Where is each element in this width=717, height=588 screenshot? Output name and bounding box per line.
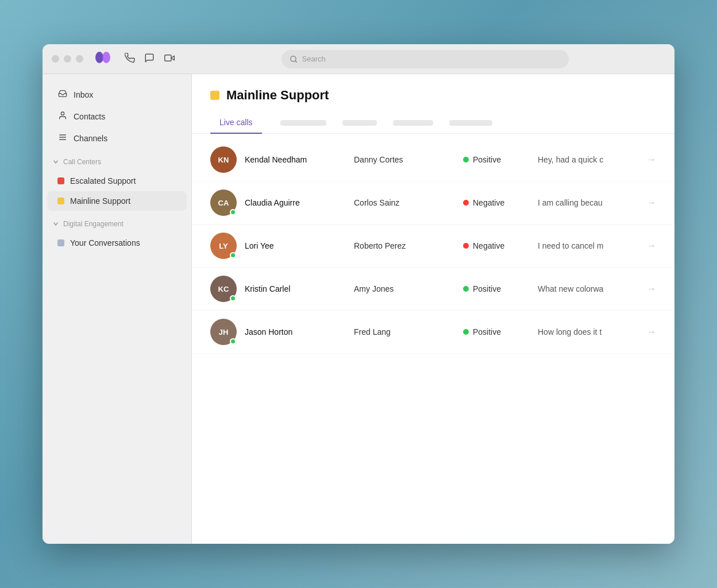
video-icon[interactable] <box>164 53 175 65</box>
row-arrow[interactable]: → <box>647 198 656 208</box>
call-centers-header[interactable]: Call Centers <box>43 153 191 171</box>
page-title: Mainline Support <box>226 88 329 103</box>
tabs-bar: Live calls <box>192 112 674 134</box>
avatar: KN <box>210 146 237 173</box>
svg-marker-2 <box>171 56 174 60</box>
avatar-status-dot <box>230 209 236 215</box>
call-centers-label: Call Centers <box>63 158 101 166</box>
sentiment-wrap: Positive <box>463 284 538 293</box>
main-window: Search Inbox Contacts Cha <box>43 44 674 544</box>
search-placeholder: Search <box>302 55 326 63</box>
row-arrow[interactable]: → <box>647 284 656 294</box>
call-row[interactable]: KN Kendal Needham Danny Cortes Positive … <box>192 138 674 181</box>
call-row[interactable]: KC Kristin Carlel Amy Jones Positive Wha… <box>192 268 674 311</box>
tab-placeholder-2 <box>342 120 377 126</box>
call-row[interactable]: CA Claudia Aguirre Corlos Sainz Negative… <box>192 181 674 225</box>
sentiment-label: Positive <box>473 327 501 336</box>
your-conversations-label: Your Conversations <box>70 238 140 247</box>
main-header: Mainline Support <box>192 74 674 103</box>
mainline-title-dot <box>210 91 219 100</box>
sidebar-item-inbox[interactable]: Inbox <box>47 84 187 105</box>
sentiment-wrap: Positive <box>463 327 538 336</box>
mainline-support-label: Mainline Support <box>70 196 130 206</box>
avatar-initials: KC <box>218 285 229 293</box>
sentiment-label: Positive <box>473 284 501 293</box>
call-snippet: I am calling becau <box>538 198 642 207</box>
channels-label: Channels <box>74 134 107 143</box>
titlebar: Search <box>43 44 674 74</box>
caller-name: Claudia Aguirre <box>245 198 354 207</box>
sidebar-item-escalated-support[interactable]: Escalated Support <box>47 171 187 191</box>
minimize-button[interactable] <box>64 55 71 63</box>
digital-engagement-header[interactable]: Digital Engagement <box>43 215 191 233</box>
main-content: Mainline Support Live calls KN <box>192 74 674 544</box>
avatar-initials: KN <box>218 156 229 164</box>
svg-line-5 <box>295 60 296 62</box>
titlebar-actions <box>125 53 175 65</box>
sidebar: Inbox Contacts Channels Call Centers <box>43 74 192 544</box>
tab-placeholder-1 <box>280 120 326 126</box>
digital-engagement-label: Digital Engagement <box>63 220 124 228</box>
escalated-support-dot <box>57 177 64 184</box>
row-arrow[interactable]: → <box>647 241 656 251</box>
caller-name: Kendal Needham <box>245 155 354 164</box>
maximize-button[interactable] <box>76 55 83 63</box>
sentiment-dot <box>463 200 469 206</box>
caller-name: Kristin Carlel <box>245 284 354 293</box>
contacts-icon <box>57 111 68 122</box>
row-arrow[interactable]: → <box>647 327 656 337</box>
app-body: Inbox Contacts Channels Call Centers <box>43 74 674 544</box>
svg-point-1 <box>102 52 110 63</box>
chat-icon[interactable] <box>144 53 155 65</box>
search-bar[interactable]: Search <box>282 50 569 68</box>
call-snippet: I need to cancel m <box>538 241 642 250</box>
sentiment-wrap: Negative <box>463 241 538 250</box>
sentiment-dot <box>463 157 469 163</box>
caller-name: Lori Yee <box>245 241 354 250</box>
row-arrow[interactable]: → <box>647 154 656 165</box>
avatar-status-dot <box>230 252 236 258</box>
chevron-down-icon-2 <box>53 221 59 227</box>
tab-placeholder-3 <box>393 120 433 126</box>
agent-name: Corlos Sainz <box>354 198 463 207</box>
avatar-status-dot <box>230 338 236 345</box>
inbox-icon <box>57 89 68 100</box>
sidebar-item-contacts[interactable]: Contacts <box>47 106 187 127</box>
calls-list: KN Kendal Needham Danny Cortes Positive … <box>192 134 674 544</box>
sentiment-dot <box>463 329 469 335</box>
sidebar-item-mainline-support[interactable]: Mainline Support <box>47 191 187 211</box>
caller-name: Jason Horton <box>245 327 354 336</box>
inbox-label: Inbox <box>74 90 93 99</box>
agent-name: Danny Cortes <box>354 155 463 164</box>
sentiment-dot <box>463 243 469 249</box>
sentiment-wrap: Negative <box>463 198 538 207</box>
agent-name: Amy Jones <box>354 284 463 293</box>
channels-icon <box>57 133 68 144</box>
sentiment-label: Negative <box>473 198 504 207</box>
tab-live-calls[interactable]: Live calls <box>210 112 262 134</box>
close-button[interactable] <box>52 55 59 63</box>
call-row[interactable]: LY Lori Yee Roberto Perez Negative I nee… <box>192 225 674 268</box>
avatar-wrap: KN <box>210 146 237 173</box>
svg-point-0 <box>95 52 103 63</box>
mainline-support-dot <box>57 198 64 204</box>
call-row[interactable]: JH Jason Horton Fred Lang Positive How l… <box>192 311 674 354</box>
avatar-wrap: JH <box>210 319 237 345</box>
avatar-initials: LY <box>219 242 228 250</box>
call-snippet: Hey, had a quick c <box>538 155 642 164</box>
avatar-wrap: CA <box>210 189 237 216</box>
sentiment-label: Negative <box>473 241 504 250</box>
contacts-label: Contacts <box>74 112 105 121</box>
avatar-wrap: KC <box>210 276 237 302</box>
sidebar-item-your-conversations[interactable]: Your Conversations <box>47 233 187 253</box>
avatar-initials: CA <box>218 199 229 207</box>
sentiment-wrap: Positive <box>463 155 538 164</box>
agent-name: Roberto Perez <box>354 241 463 250</box>
avatar-status-dot <box>230 295 236 301</box>
escalated-support-label: Escalated Support <box>70 176 136 185</box>
agent-name: Fred Lang <box>354 327 463 336</box>
phone-icon[interactable] <box>125 53 135 65</box>
app-logo <box>95 51 111 67</box>
sidebar-item-channels[interactable]: Channels <box>47 127 187 149</box>
search-icon <box>290 55 298 63</box>
